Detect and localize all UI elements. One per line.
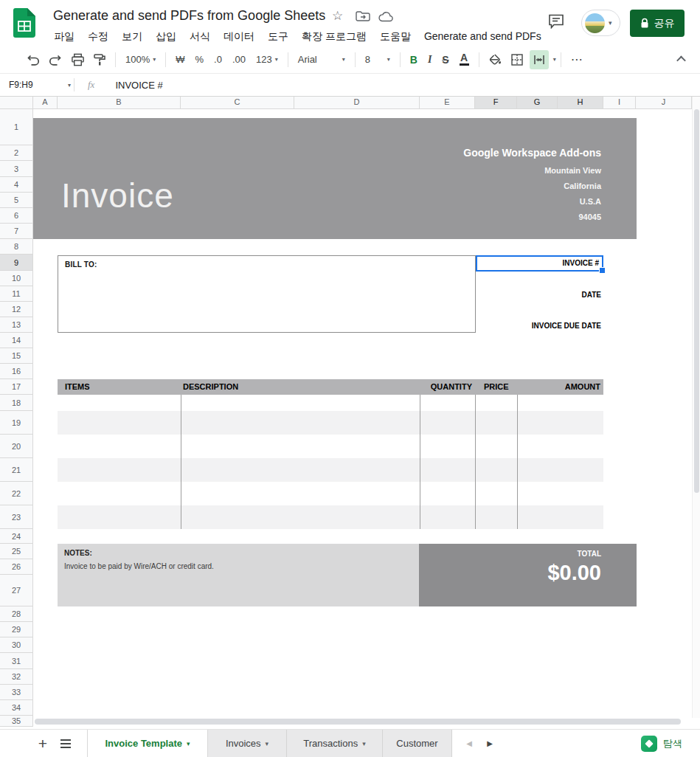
- notes-block[interactable]: NOTES: Invoice to be paid by Wire/ACH or…: [58, 544, 419, 606]
- menu-item-3[interactable]: 삽입: [149, 29, 183, 44]
- decrease-decimal-button[interactable]: .0: [214, 54, 222, 65]
- redo-icon[interactable]: [46, 50, 65, 69]
- menu-item-8[interactable]: 도움말: [373, 29, 417, 44]
- number-format-button[interactable]: 123 ▾: [256, 54, 278, 65]
- vertical-scrollbar[interactable]: [692, 96, 700, 718]
- column-header-i[interactable]: I: [603, 96, 636, 109]
- format-percent-button[interactable]: %: [195, 54, 204, 65]
- tab-menu-caret-icon[interactable]: ▾: [266, 740, 269, 747]
- row-header-4[interactable]: 4: [0, 177, 33, 193]
- column-header-d[interactable]: D: [294, 96, 420, 109]
- column-header-j[interactable]: J: [636, 96, 692, 109]
- move-to-folder-icon[interactable]: [356, 10, 370, 22]
- sheets-logo-icon[interactable]: [13, 8, 35, 38]
- star-icon[interactable]: ☆: [332, 8, 343, 24]
- tab-scroll-right-icon[interactable]: ▶: [481, 730, 499, 757]
- more-toolbar-button[interactable]: ⋯: [571, 52, 583, 66]
- column-header-c[interactable]: C: [181, 96, 294, 109]
- row-header-26[interactable]: 26: [0, 559, 33, 575]
- row-header-12[interactable]: 12: [0, 302, 33, 317]
- invoice-due-date-label[interactable]: INVOICE DUE DATE: [476, 322, 601, 330]
- menu-item-2[interactable]: 보기: [115, 29, 149, 44]
- name-box[interactable]: F9:H9 ▾: [0, 80, 71, 90]
- row-header-9[interactable]: 9: [0, 255, 33, 271]
- row-header-3[interactable]: 3: [0, 161, 33, 177]
- row-header-13[interactable]: 13: [0, 317, 33, 333]
- borders-icon[interactable]: [507, 50, 527, 69]
- row-header-16[interactable]: 16: [0, 364, 33, 379]
- row-header-28[interactable]: 28: [0, 606, 33, 622]
- date-label[interactable]: DATE: [476, 291, 601, 299]
- paint-format-icon[interactable]: [90, 50, 109, 69]
- column-header-h[interactable]: H: [558, 96, 603, 109]
- row-header-18[interactable]: 18: [0, 395, 33, 411]
- invoice-header-block[interactable]: Invoice Google Workspace Add-ons Mountai…: [33, 118, 637, 239]
- row-header-1[interactable]: 1: [0, 109, 33, 145]
- merge-options-caret-icon[interactable]: ▾: [553, 56, 556, 63]
- row-header-11[interactable]: 11: [0, 286, 33, 302]
- share-button[interactable]: 공유: [630, 10, 685, 37]
- strikethrough-button[interactable]: S: [442, 54, 448, 66]
- menu-item-6[interactable]: 도구: [261, 29, 295, 44]
- row-header-20[interactable]: 20: [0, 435, 33, 458]
- sheet-tab-invoices[interactable]: Invoices▾: [208, 730, 287, 757]
- horizontal-scrollbar[interactable]: [33, 717, 686, 727]
- font-family-select[interactable]: Arial ▾: [298, 54, 345, 65]
- invoice-title[interactable]: Invoice: [61, 179, 174, 212]
- zoom-select[interactable]: 100% ▾: [125, 54, 156, 65]
- menu-item-5[interactable]: 데이터: [217, 29, 261, 44]
- merge-cells-icon[interactable]: [530, 50, 549, 69]
- sheet-tab-invoice-template[interactable]: Invoice Template▾: [87, 730, 208, 757]
- cloud-saved-icon[interactable]: [378, 11, 394, 22]
- tab-menu-caret-icon[interactable]: ▾: [362, 740, 366, 747]
- items-table-header[interactable]: ITEMS DESCRIPTION QUANTITY PRICE AMOUNT: [58, 379, 603, 395]
- column-header-f[interactable]: F: [475, 96, 517, 109]
- comment-history-icon[interactable]: [548, 14, 564, 29]
- menu-item-1[interactable]: 수정: [81, 29, 115, 44]
- font-size-select[interactable]: 8 ▾: [365, 54, 390, 65]
- row-header-14[interactable]: 14: [0, 333, 33, 348]
- row-header-23[interactable]: 23: [0, 505, 33, 529]
- selected-cell-invoice-number[interactable]: INVOICE #: [476, 255, 603, 272]
- account-chip[interactable]: ▾: [581, 10, 620, 36]
- menu-item-4[interactable]: 서식: [183, 29, 217, 44]
- document-title[interactable]: Generate and send PDFs from Google Sheet…: [53, 8, 325, 24]
- italic-button[interactable]: I: [428, 54, 432, 66]
- menu-item-7[interactable]: 확장 프로그램: [295, 29, 373, 44]
- address-line[interactable]: California: [564, 182, 601, 190]
- bold-button[interactable]: B: [410, 54, 417, 66]
- row-header-25[interactable]: 25: [0, 544, 33, 559]
- tab-scroll-left-icon[interactable]: ◀: [460, 730, 478, 757]
- row-header-29[interactable]: 29: [0, 622, 33, 637]
- formula-input[interactable]: INVOICE #: [115, 80, 162, 91]
- column-header-b[interactable]: B: [58, 96, 181, 109]
- increase-decimal-button[interactable]: .00: [232, 54, 246, 65]
- column-header-e[interactable]: E: [420, 96, 475, 109]
- row-header-33[interactable]: 33: [0, 685, 33, 700]
- row-header-6[interactable]: 6: [0, 208, 33, 224]
- address-line[interactable]: Mountain View: [544, 166, 601, 175]
- bill-to-box[interactable]: BILL TO:: [58, 255, 476, 333]
- row-header-17[interactable]: 17: [0, 379, 33, 395]
- print-icon[interactable]: [68, 50, 87, 69]
- row-header-2[interactable]: 2: [0, 145, 33, 161]
- explore-button[interactable]: 탐색: [641, 730, 682, 757]
- row-header-10[interactable]: 10: [0, 271, 33, 286]
- fill-color-icon[interactable]: [485, 50, 505, 69]
- row-header-32[interactable]: 32: [0, 669, 33, 685]
- all-sheets-icon[interactable]: [56, 730, 75, 757]
- fill-handle[interactable]: [599, 267, 606, 274]
- vertical-scrollbar-thumb[interactable]: [694, 109, 699, 493]
- collapse-toolbar-icon[interactable]: [672, 51, 690, 69]
- menu-item-0[interactable]: 파일: [47, 29, 81, 44]
- sheet-tab-transactions[interactable]: Transactions▾: [287, 730, 383, 757]
- undo-icon[interactable]: [24, 50, 43, 69]
- row-header-21[interactable]: 21: [0, 458, 33, 482]
- row-header-8[interactable]: 8: [0, 239, 33, 255]
- add-sheet-button[interactable]: +: [33, 730, 52, 757]
- row-header-19[interactable]: 19: [0, 411, 33, 435]
- spreadsheet-canvas[interactable]: Invoice Google Workspace Add-ons Mountai…: [0, 0, 700, 729]
- row-header-30[interactable]: 30: [0, 637, 33, 653]
- column-header-a[interactable]: A: [33, 96, 58, 109]
- address-line[interactable]: U.S.A: [580, 197, 601, 206]
